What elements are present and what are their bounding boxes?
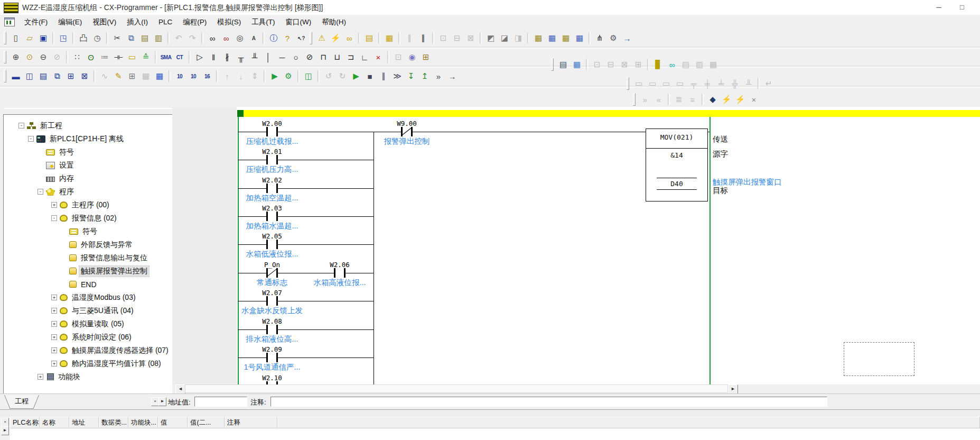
tree-expand-toggle[interactable]: +	[51, 202, 57, 208]
tree-item-17[interactable]: +触摸屏温湿度传感器选择 (07)	[4, 344, 175, 357]
tree-expand-toggle[interactable]: -	[51, 215, 57, 221]
tree-expand-toggle[interactable]: +	[38, 374, 43, 380]
menu-window[interactable]: 窗口(W)	[281, 15, 317, 29]
new-project-icon[interactable]: ▯	[9, 31, 23, 45]
watch-next-icon[interactable]: ►	[1, 426, 9, 435]
find-replace-icon[interactable]: ∞	[219, 31, 233, 45]
tree-item-2[interactable]: 符号	[4, 145, 175, 159]
addressbar-next-icon[interactable]: ►	[158, 397, 166, 406]
ladder-hscrollbar[interactable]: ◄ ►	[172, 384, 980, 393]
symbol-browser-icon[interactable]: ʘ	[84, 50, 98, 65]
views-window-icon[interactable]: ▬	[9, 69, 23, 84]
contact-W2.06[interactable]	[334, 268, 346, 278]
zoom-window-icon[interactable]: ◫	[23, 69, 36, 84]
window-gray-icon[interactable]: ▦	[139, 69, 153, 84]
ladder-canvas[interactable]: W2.00压缩机过载报...W2.01压缩机压力高...W2.02加热箱空温超.…	[237, 107, 980, 384]
copy-icon[interactable]: ⧉	[124, 31, 138, 45]
sim-stop-icon[interactable]: ■	[363, 69, 377, 84]
differ-accept-icon[interactable]: ⊠	[618, 57, 631, 72]
tree-expand-toggle[interactable]: -	[38, 189, 43, 195]
time-chart-icon[interactable]: ⋔	[593, 31, 606, 45]
sim-run-icon[interactable]: ▶	[349, 69, 363, 84]
io-table-icon[interactable]: ▦	[559, 31, 573, 45]
paste-special-icon[interactable]: ▥	[152, 31, 165, 45]
address-reference-icon[interactable]: ▦	[545, 31, 559, 45]
tree-item-11[interactable]: 触摸屏报警弹出控制	[4, 264, 175, 278]
cross-reference-icon[interactable]: ▦	[531, 31, 545, 45]
maximize-button[interactable]: □	[950, 0, 974, 15]
page-transfer-2-icon[interactable]: ⊟	[450, 31, 464, 45]
fb-online-1-icon[interactable]: ⚡	[720, 92, 733, 107]
contact-W2.05[interactable]	[266, 240, 278, 249]
list-lines-icon[interactable]: ≣	[672, 92, 686, 107]
page-shift-icon[interactable]: ⇕	[248, 69, 262, 84]
menu-help[interactable]: 帮助(H)	[316, 15, 351, 29]
rung-annotation-icon[interactable]: ✎	[111, 69, 125, 84]
redo-icon[interactable]: ↷	[185, 31, 199, 45]
menu-view[interactable]: 视图(V)	[87, 15, 122, 29]
tree-item-10[interactable]: 报警信息输出与复位	[4, 251, 175, 264]
tree-item-7[interactable]: -报警信息 (02)	[4, 212, 175, 225]
contact-P_On[interactable]	[266, 268, 278, 278]
online-edit-warning-icon[interactable]: ⚡	[329, 31, 342, 45]
tree-expand-toggle[interactable]: +	[51, 347, 57, 353]
menu-simulation[interactable]: 模拟(S)	[212, 15, 246, 29]
comment-input[interactable]	[270, 397, 827, 407]
online-edit-4-icon[interactable]: ▭	[673, 76, 687, 91]
monitor-1-icon[interactable]: ▤	[679, 57, 693, 72]
tree-item-4[interactable]: 内存	[4, 172, 175, 185]
scroll-right-icon[interactable]: ►	[728, 384, 738, 394]
grid-edit-icon[interactable]: ⊞	[125, 69, 139, 84]
scroll-track[interactable]	[185, 384, 728, 393]
tree-item-8[interactable]: 符号	[4, 225, 175, 238]
simulator-window-icon[interactable]: ◫	[302, 69, 315, 84]
contact-or-no-tool-icon[interactable]: ╥	[234, 50, 248, 65]
online-users-3-icon[interactable]: ◨	[511, 31, 525, 45]
sim-fast-forward-icon[interactable]: »	[432, 69, 445, 84]
online-users-2-icon[interactable]: ◪	[498, 31, 511, 45]
online-edit-1-icon[interactable]: ▭	[632, 76, 646, 91]
window-split-icon[interactable]: ▦	[570, 57, 584, 72]
tree-expand-toggle[interactable]: -	[28, 136, 34, 142]
zoom-out-icon[interactable]: ⊖	[36, 50, 50, 65]
project-tab[interactable]: 工程	[4, 395, 39, 409]
tree-expand-toggle[interactable]: +	[51, 308, 57, 314]
tree-expand-toggle[interactable]: +	[51, 295, 57, 300]
watch-column-1[interactable]: 名称	[40, 417, 69, 428]
monitor-grid-icon[interactable]: ▦	[153, 69, 166, 84]
simulator-online-icon[interactable]: ▶	[268, 69, 282, 84]
select-tool-icon[interactable]: ▷	[193, 50, 207, 65]
watch-column-0[interactable]: PLC名称	[10, 417, 40, 428]
watch-column-5[interactable]: 值	[158, 417, 188, 428]
watch-goggles-icon[interactable]: ∞	[665, 57, 679, 72]
tree-item-15[interactable]: +模拟量读取 (05)	[4, 317, 175, 331]
fb-cancel-icon[interactable]: ×	[747, 92, 761, 107]
menu-file[interactable]: 文件(F)	[19, 15, 53, 29]
search-watch-icon[interactable]: ◎	[233, 31, 247, 45]
data-trace-icon[interactable]: ⚙	[606, 31, 620, 45]
save-project-icon[interactable]: ▣	[36, 31, 50, 45]
clipboard-warning-icon[interactable]: ▤	[362, 31, 376, 45]
online-users-1-icon[interactable]: ◩	[484, 31, 498, 45]
transfer-page-icon[interactable]: ⊡	[391, 50, 405, 65]
tree-expand-toggle[interactable]: +	[51, 321, 57, 327]
contact-W2.01[interactable]	[266, 155, 278, 164]
fb-protect-icon[interactable]: ◆	[706, 92, 720, 107]
tree-item-3[interactable]: 设置	[4, 159, 175, 172]
contact-W2.08[interactable]	[266, 325, 278, 334]
tree-item-18[interactable]: +舱内温湿度平均值计算 (08)	[4, 357, 175, 370]
minimize-button[interactable]: ─	[927, 0, 950, 15]
find-text-icon[interactable]: A	[247, 31, 260, 45]
zoom-select-icon[interactable]: ⊙	[23, 50, 36, 65]
instruction-tool-icon[interactable]: ⊓	[316, 50, 330, 65]
distribute-icon[interactable]: ╨	[742, 76, 755, 91]
hex-view-icon[interactable]: 16	[200, 69, 214, 84]
instruction-block[interactable]: MOV(021)&14D40	[646, 129, 708, 201]
list-items-icon[interactable]: ≡	[686, 92, 699, 107]
find-icon[interactable]: ∞	[206, 31, 219, 45]
tile-window-icon[interactable]: ▤	[36, 69, 50, 84]
horizontal-line-tool-icon[interactable]: ─	[275, 50, 289, 65]
watch-close-icon[interactable]: ×	[1, 418, 9, 427]
print-preview-icon[interactable]: ◷	[90, 31, 104, 45]
sim-run-to-end-icon[interactable]: →	[445, 69, 459, 84]
